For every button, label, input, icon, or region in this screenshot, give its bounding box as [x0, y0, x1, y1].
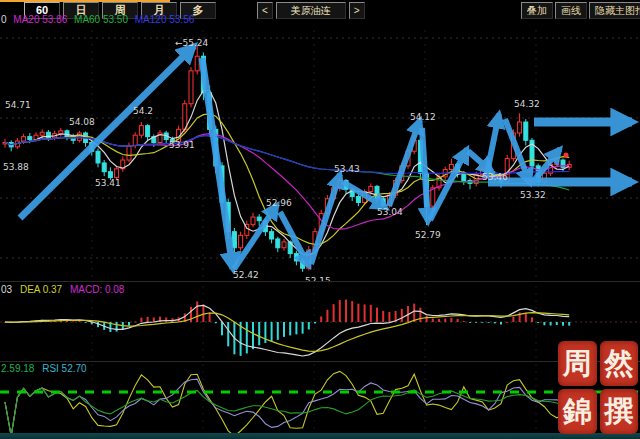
svg-text:52.42: 52.42 — [233, 270, 259, 280]
legend-clipped-value: 0 — [1, 14, 7, 25]
legend-ma20-value: MA20 53.86 — [13, 14, 67, 25]
svg-text:53.91: 53.91 — [169, 140, 195, 150]
svg-text:54.71: 54.71 — [5, 100, 31, 110]
macd-clipped-value: 03 — [1, 284, 12, 295]
toolbar-right-buttons: 叠加 画线 隐藏主图指标 >> — [521, 2, 640, 19]
prev-symbol-button[interactable]: < — [257, 2, 273, 19]
overlay-button[interactable]: 叠加 — [521, 2, 553, 19]
rsi-indicator-label: 2.59.18 RSI 52.70 — [1, 363, 92, 374]
svg-text:53.88: 53.88 — [3, 162, 29, 172]
svg-text:54.32: 54.32 — [514, 99, 540, 109]
rsi-clipped-value: 2.59.18 — [1, 363, 34, 374]
seal-char: 然 — [600, 341, 639, 386]
hide-main-indicators-button[interactable]: 隐藏主图指标 — [589, 2, 640, 19]
svg-text:53.04: 53.04 — [377, 207, 403, 217]
seal-char: 撰 — [600, 389, 639, 434]
symbol-name-button[interactable]: 美原油连 — [276, 2, 346, 19]
svg-text:54.12: 54.12 — [410, 112, 436, 122]
symbol-navigator: < 美原油连 > — [257, 2, 365, 19]
ma-indicator-legend: 0 MA20 53.86 MA60 53.50 MA120 53.56 — [1, 14, 198, 25]
dea-value: DEA 0.37 — [20, 284, 62, 295]
next-symbol-button[interactable]: > — [349, 2, 365, 19]
seal-char: 錦 — [558, 389, 597, 434]
seal-char: 周 — [558, 341, 597, 386]
legend-ma120-value: MA120 53.56 — [135, 14, 195, 25]
trading-app-window: 60 日 周 月 多 < 美原油连 > 叠加 画线 隐藏主图指标 >> 0 MA… — [0, 0, 640, 439]
rsi-value: RSI 52.70 — [42, 363, 86, 374]
macd-value: MACD: 0.08 — [70, 284, 124, 295]
svg-text:52.79: 52.79 — [415, 230, 441, 240]
svg-text:53.46: 53.46 — [482, 172, 508, 182]
draw-line-button[interactable]: 画线 — [555, 2, 587, 19]
rsi-panel-chart[interactable] — [0, 362, 640, 439]
author-seal-stamp: 周 然 錦 撰 — [558, 341, 638, 434]
svg-text:←55.24: ←55.24 — [175, 38, 209, 48]
svg-text:54.08: 54.08 — [69, 117, 95, 127]
legend-ma60-value: MA60 53.50 — [74, 14, 128, 25]
bottom-status-strip — [0, 433, 640, 439]
svg-text:53.43: 53.43 — [334, 164, 360, 174]
svg-text:52.96: 52.96 — [266, 198, 292, 208]
svg-text:53.32: 53.32 — [520, 190, 546, 200]
svg-text:54.2: 54.2 — [133, 106, 153, 116]
macd-indicator-label: 03 DEA 0.37 MACD: 0.08 — [1, 284, 129, 295]
svg-text:53.41: 53.41 — [95, 178, 121, 188]
main-candlestick-chart[interactable]: 54.7153.8854.0853.4154.253.91←55.2452.42… — [0, 22, 640, 282]
